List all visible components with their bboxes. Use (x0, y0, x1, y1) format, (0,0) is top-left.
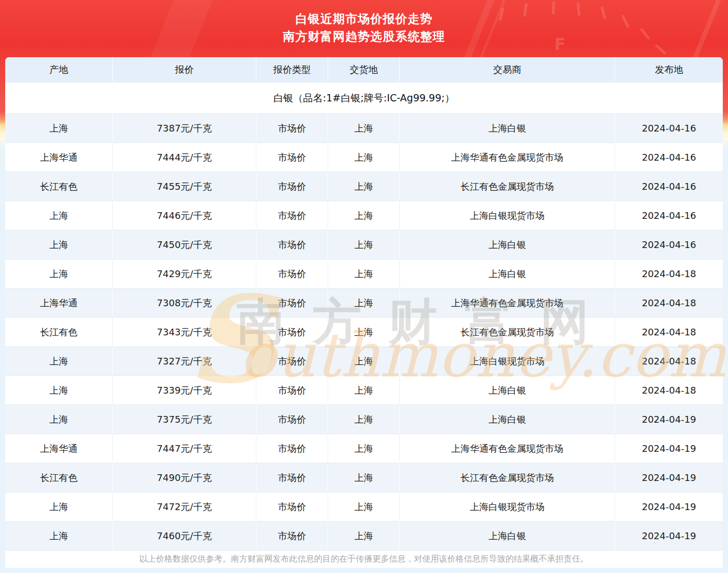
table-cell: 2024-04-19 (615, 492, 723, 521)
table-cell: 上海 (5, 346, 113, 375)
table-cell: 7327元/千克 (113, 346, 256, 375)
table-cell: 7444元/千克 (113, 142, 256, 172)
table-cell: 上海白银现货市场 (400, 492, 615, 521)
table-cell: 市场价 (256, 288, 328, 317)
table-cell: 上海白银 (400, 521, 615, 550)
table-cell: 2024-04-16 (615, 230, 723, 259)
table-cell: 上海 (328, 521, 400, 550)
table-cell: 7490元/千克 (113, 463, 256, 492)
table-cell: 上海 (5, 521, 113, 550)
column-header: 交易商 (400, 57, 615, 82)
page-title: 白银近期市场价报价走势 (295, 13, 433, 25)
product-info-cell: 白银（品名:1#白银;牌号:IC-Ag99.99;） (5, 82, 723, 113)
table-cell: 上海 (328, 230, 400, 259)
table-cell: 2024-04-18 (615, 259, 723, 288)
table-cell: 上海 (328, 288, 400, 317)
table-cell: 2024-04-16 (615, 113, 723, 142)
table-cell: 长江有色金属现货市场 (400, 463, 615, 492)
table-cell: 市场价 (256, 201, 328, 230)
page-subtitle: 南方财富网趋势选股系统整理 (283, 31, 445, 43)
product-info-row: 白银（品名:1#白银;牌号:IC-Ag99.99;） (5, 82, 723, 113)
table-cell: 2024-04-19 (615, 521, 723, 550)
table-cell: 2024-04-19 (615, 434, 723, 463)
table-cell: 长江有色金属现货市场 (400, 317, 615, 346)
table-cell: 长江有色 (5, 172, 113, 201)
table-cell: 7387元/千克 (113, 113, 256, 142)
table-cell: 上海 (328, 201, 400, 230)
column-header: 报价 (113, 57, 256, 82)
table-cell: 上海 (5, 259, 113, 288)
table-cell: 7375元/千克 (113, 405, 256, 434)
table-cell: 市场价 (256, 463, 328, 492)
table-cell: 上海白银 (400, 259, 615, 288)
silver-price-table: 产地报价报价类型交货地交易商发布地 白银（品名:1#白银;牌号:IC-Ag99.… (5, 57, 723, 568)
table-cell: 7455元/千克 (113, 172, 256, 201)
table-row: 上海华通7447元/千克市场价上海上海华通有色金属现货市场2024-04-19 (5, 434, 723, 463)
table-cell: 7446元/千克 (113, 201, 256, 230)
table-cell: 市场价 (256, 346, 328, 375)
table-cell: 7450元/千克 (113, 230, 256, 259)
table-row: 上海7446元/千克市场价上海上海白银现货市场2024-04-16 (5, 201, 723, 230)
table-cell: 市场价 (256, 172, 328, 201)
page-banner: F 白银近期市场价报价走势 南方财富网趋势选股系统整理 (0, 0, 728, 57)
table-cell: 7472元/千克 (113, 492, 256, 521)
table-row: 上海华通7444元/千克市场价上海上海华通有色金属现货市场2024-04-16 (5, 142, 723, 172)
table-cell: 7460元/千克 (113, 521, 256, 550)
table-cell: 上海华通 (5, 434, 113, 463)
table-header-row: 产地报价报价类型交货地交易商发布地 (5, 57, 723, 82)
table-row: 上海7472元/千克市场价上海上海白银现货市场2024-04-19 (5, 492, 723, 521)
table-cell: 7339元/千克 (113, 375, 256, 405)
table-cell: 上海华通有色金属现货市场 (400, 434, 615, 463)
column-header: 发布地 (615, 57, 723, 82)
table-cell: 上海 (5, 201, 113, 230)
table-cell: 上海 (5, 405, 113, 434)
table-row: 上海7450元/千克市场价上海上海白银2024-04-16 (5, 230, 723, 259)
table-cell: 2024-04-19 (615, 405, 723, 434)
table-row: 长江有色7343元/千克市场价上海长江有色金属现货市场2024-04-18 (5, 317, 723, 346)
table-cell: 上海白银 (400, 405, 615, 434)
table-footer-row: 以上价格数据仅供参考。南方财富网发布此信息的目的在于传播更多信息，对使用该价格信… (5, 550, 723, 568)
table-cell: 上海 (5, 375, 113, 405)
table-cell: 2024-04-18 (615, 317, 723, 346)
table-cell: 7343元/千克 (113, 317, 256, 346)
table-cell: 市场价 (256, 434, 328, 463)
table-cell: 2024-04-19 (615, 463, 723, 492)
table-cell: 上海白银 (400, 113, 615, 142)
table-cell: 上海 (5, 230, 113, 259)
table-cell: 上海 (328, 405, 400, 434)
table-cell: 上海 (328, 142, 400, 172)
table-cell: 市场价 (256, 375, 328, 405)
table-row: 长江有色7455元/千克市场价上海长江有色金属现货市场2024-04-16 (5, 172, 723, 201)
table-cell: 市场价 (256, 230, 328, 259)
table-cell: 市场价 (256, 405, 328, 434)
table-cell: 上海 (328, 346, 400, 375)
table-cell: 市场价 (256, 142, 328, 172)
table-row: 上海7429元/千克市场价上海上海白银2024-04-18 (5, 259, 723, 288)
gauge-tick-decor (655, 44, 667, 55)
table-cell: 市场价 (256, 492, 328, 521)
table-cell: 2024-04-18 (615, 375, 723, 405)
table-cell: 市场价 (256, 317, 328, 346)
table-row: 上海7339元/千克市场价上海上海白银2024-04-18 (5, 375, 723, 405)
table-cell: 2024-04-16 (615, 172, 723, 201)
column-header: 报价类型 (256, 57, 328, 82)
table-cell: 长江有色 (5, 317, 113, 346)
table-row: 上海华通7308元/千克市场价上海上海华通有色金属现货市场2024-04-18 (5, 288, 723, 317)
table-cell: 7308元/千克 (113, 288, 256, 317)
table-cell: 上海 (5, 113, 113, 142)
column-header: 产地 (5, 57, 113, 82)
table-cell: 7429元/千克 (113, 259, 256, 288)
table-cell: 上海华通有色金属现货市场 (400, 142, 615, 172)
table-cell: 上海白银现货市场 (400, 201, 615, 230)
table-cell: 市场价 (256, 521, 328, 550)
table-cell: 2024-04-18 (615, 288, 723, 317)
table-cell: 长江有色金属现货市场 (400, 172, 615, 201)
table-cell: 上海 (328, 317, 400, 346)
table-row: 上海7327元/千克市场价上海上海白银现货市场2024-04-18 (5, 346, 723, 375)
table-cell: 7447元/千克 (113, 434, 256, 463)
table-cell: 上海白银 (400, 375, 615, 405)
table-cell: 上海 (328, 463, 400, 492)
table-row: 上海7387元/千克市场价上海上海白银2024-04-16 (5, 113, 723, 142)
table-cell: 2024-04-18 (615, 346, 723, 375)
table-cell: 上海华通 (5, 288, 113, 317)
